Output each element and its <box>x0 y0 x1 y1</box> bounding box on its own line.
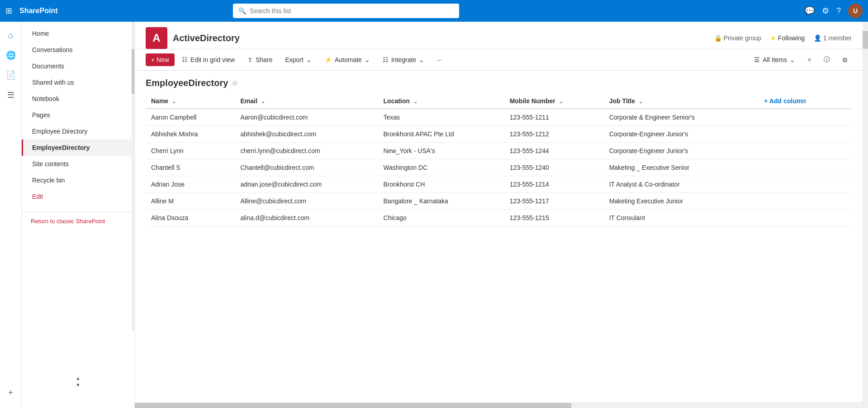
cell-email-1: abhishek@cubicdirect.com <box>235 126 378 143</box>
sidebar-item-pages[interactable]: Pages <box>22 107 134 123</box>
home-nav-icon[interactable]: ⌂ <box>3 27 19 43</box>
search-icon: 🔍 <box>238 7 246 14</box>
sidebar-item-return-classic[interactable]: Return to classic SharePoint <box>31 218 125 225</box>
col-header-email[interactable]: Email ⌄ <box>235 94 378 109</box>
settings-icon[interactable]: ⚙ <box>822 6 829 16</box>
site-logo-box: A <box>146 27 167 49</box>
site-title: ActiveDirectory <box>173 33 240 43</box>
person-icon: 👤 <box>814 34 821 42</box>
sort-mobile-icon: ⌄ <box>559 99 563 104</box>
col-header-mobile[interactable]: Mobile Number ⌄ <box>504 94 604 109</box>
help-icon[interactable]: ? <box>836 6 841 16</box>
integrate-chevron-icon: ⌄ <box>419 56 424 63</box>
table-header-row: Name ⌄ Email ⌄ Location ⌄ Mobile Numbe <box>146 94 852 109</box>
cell-name-5: Alline M <box>146 193 235 210</box>
sidebar-item-site-contents[interactable]: Site contents <box>22 156 134 172</box>
table-row[interactable]: Alline M Alline@cubicdirect.com Bangalor… <box>146 193 852 210</box>
sidebar-item-conversations[interactable]: Conversations <box>22 42 134 58</box>
user-avatar[interactable]: U <box>848 4 863 18</box>
col-header-name[interactable]: Name ⌄ <box>146 94 235 109</box>
cell-email-0: Aaron@cubicdirect.com <box>235 109 378 126</box>
edit-grid-view-button[interactable]: ☷ Edit in grid view <box>176 53 240 66</box>
table-row[interactable]: Chantell S Chantell@cubicdirect.com Wash… <box>146 159 852 176</box>
pages-nav-icon[interactable]: 📄 <box>3 67 19 83</box>
app-launcher-icon[interactable]: ⊞ <box>5 6 12 16</box>
sidebar-item-documents[interactable]: Documents <box>22 58 134 74</box>
cell-empty-6 <box>753 210 852 226</box>
private-group-badge: 🔒 Private group <box>714 34 761 42</box>
filter-button[interactable]: ▿ <box>803 53 816 66</box>
sidebar-item-employee-directory[interactable]: Employee Directory <box>22 123 134 139</box>
list-favorite-star[interactable]: ☆ <box>232 79 238 87</box>
bottom-scrollbar[interactable] <box>135 403 863 408</box>
sidebar-item-shared-with-us[interactable]: Shared with us <box>22 74 134 91</box>
cell-jobtitle-5: Maketing Executive Junior <box>604 193 754 210</box>
add-column-header[interactable]: + Add column <box>753 94 852 109</box>
automate-chevron-icon: ⌄ <box>365 56 370 63</box>
cell-name-0: Aaron Campbell <box>146 109 235 126</box>
export-button[interactable]: Export ⌄ <box>280 53 317 66</box>
col-header-job-title[interactable]: Job Title ⌄ <box>604 94 754 109</box>
sidebar-item-recycle-bin[interactable]: Recycle bin <box>22 172 134 188</box>
table-row[interactable]: Aaron Campbell Aaron@cubicdirect.com Tex… <box>146 109 852 126</box>
cell-mobile-3: 123-555-1240 <box>504 159 604 176</box>
add-column-button[interactable]: + Add column <box>759 94 811 108</box>
top-navigation-bar: ⊞ SharePoint 🔍 💬 ⚙ ? U <box>0 0 868 22</box>
sort-email-icon: ⌄ <box>261 99 265 104</box>
cell-name-2: Cherri Lynn <box>146 143 235 159</box>
table-row[interactable]: Cherri Lynn cherri.lynn@cubicdirect.com … <box>146 143 852 159</box>
sidebar-item-home[interactable]: Home <box>22 25 134 42</box>
cell-email-6: alina.d@cubicdirect.com <box>235 210 378 226</box>
table-row[interactable]: Adrian Jose adrian.jose@cubicdirect.com … <box>146 176 852 193</box>
site-logo-letter: A <box>152 32 160 44</box>
right-scrollbar[interactable] <box>863 22 868 408</box>
all-items-button[interactable]: ☰ All Items ⌄ <box>749 53 800 66</box>
col-mobile-label: Mobile Number <box>510 97 555 105</box>
automate-label: Automate <box>335 56 362 63</box>
following-button[interactable]: ★ Following <box>770 34 805 42</box>
grid-icon: ☷ <box>182 56 188 63</box>
info-icon: ⓘ <box>824 56 830 64</box>
col-email-label: Email <box>241 97 257 105</box>
cell-email-4: adrian.jose@cubicdirect.com <box>235 176 378 193</box>
cell-mobile-5: 123-555-1217 <box>504 193 604 210</box>
search-input[interactable] <box>250 7 454 14</box>
site-logo-area: A ActiveDirectory <box>146 27 240 49</box>
table-row[interactable]: Alina Dsouza alina.d@cubicdirect.com Chi… <box>146 210 852 226</box>
cell-email-3: Chantell@cubicdirect.com <box>235 159 378 176</box>
integrate-button[interactable]: ☷ Integrate ⌄ <box>377 53 430 66</box>
sidebar-nav: Home Conversations Documents Shared with… <box>22 22 134 208</box>
cell-jobtitle-0: Corporate & Engineer Senior's <box>604 109 754 126</box>
table-row[interactable]: Abhishek Mishra abhishek@cubicdirect.com… <box>146 126 852 143</box>
automate-button[interactable]: ⚡ Automate ⌄ <box>319 53 375 66</box>
info-button[interactable]: ⓘ <box>819 53 835 67</box>
sidebar-item-edit[interactable]: Edit <box>22 188 134 205</box>
following-label: Following <box>778 34 805 42</box>
col-header-location[interactable]: Location ⌄ <box>378 94 504 109</box>
star-icon: ★ <box>770 34 776 42</box>
share-button[interactable]: ⇪ Share <box>242 53 278 66</box>
members-info[interactable]: 👤 1 member <box>814 34 852 42</box>
main-layout: ⌂ 🌐 📄 ☰ + Home Conversations Documents S… <box>0 22 868 408</box>
new-button[interactable]: + New <box>146 53 175 66</box>
cell-location-1: Bronkhorst APAC Pte Ltd <box>378 126 504 143</box>
expand-button[interactable]: ⧉ <box>838 53 852 67</box>
lock-icon: 🔒 <box>714 34 722 42</box>
sidebar-item-employee-directory-list[interactable]: EmployeeDirectory <box>22 139 134 156</box>
site-header: A ActiveDirectory 🔒 Private group ★ Foll… <box>135 22 863 49</box>
cell-location-4: Bronkhorst CH <box>378 176 504 193</box>
more-options-button[interactable]: ··· <box>432 53 448 66</box>
cell-name-4: Adrian Jose <box>146 176 235 193</box>
global-nav-icon[interactable]: 🌐 <box>3 47 19 63</box>
feedback-icon[interactable]: 💬 <box>805 6 815 16</box>
cell-location-5: Bangalore _ Karnataka <box>378 193 504 210</box>
cell-name-6: Alina Dsouza <box>146 210 235 226</box>
add-nav-icon[interactable]: + <box>3 384 19 401</box>
icon-nav-bar: ⌂ 🌐 📄 ☰ + <box>0 22 22 408</box>
lists-nav-icon[interactable]: ☰ <box>3 87 19 103</box>
sort-jobtitle-icon: ⌄ <box>639 99 643 104</box>
all-items-chevron-icon: ⌄ <box>790 56 795 63</box>
sidebar-item-notebook[interactable]: Notebook <box>22 91 134 107</box>
list-title-row: EmployeeDirectory ☆ <box>146 71 852 94</box>
expand-icon: ⧉ <box>843 56 847 64</box>
